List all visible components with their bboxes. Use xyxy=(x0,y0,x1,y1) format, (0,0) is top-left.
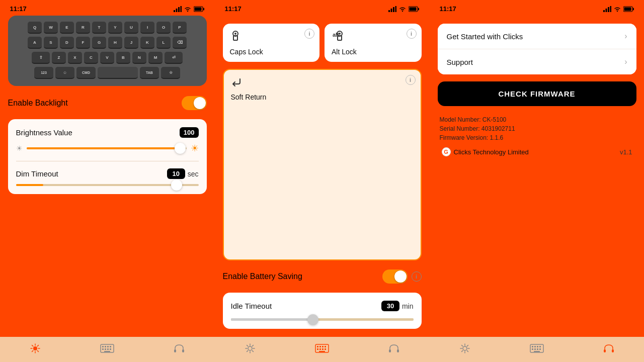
alt-lock-icon: alt xyxy=(332,30,415,45)
svg-line-14 xyxy=(37,350,38,351)
brightness-header: Brightness Value 100 xyxy=(16,127,199,138)
caps-lock-card[interactable]: i Caps Lock xyxy=(223,24,320,62)
kb-key-z: Z xyxy=(52,52,66,64)
svg-rect-60 xyxy=(322,348,324,350)
svg-rect-58 xyxy=(317,348,318,350)
brightness-label: Brightness Value xyxy=(16,128,72,137)
svg-rect-27 xyxy=(174,349,176,352)
svg-rect-62 xyxy=(319,351,325,352)
dim-timeout-unit: sec xyxy=(188,170,199,178)
status-bar-2: 11:17 xyxy=(215,0,430,16)
soft-return-card[interactable]: i Soft Return xyxy=(223,69,422,260)
svg-rect-29 xyxy=(388,10,390,12)
svg-rect-68 xyxy=(610,6,611,12)
dim-timeout-thumb[interactable] xyxy=(171,179,182,191)
tab-headset-3[interactable] xyxy=(603,343,615,354)
phone-keys: 11:17 xyxy=(215,0,430,362)
backlight-tab-icon xyxy=(29,343,41,353)
svg-rect-24 xyxy=(107,348,109,350)
svg-line-16 xyxy=(32,350,33,351)
svg-line-49 xyxy=(247,345,248,346)
svg-point-33 xyxy=(401,10,403,11)
firmware-button[interactable]: CHECK FIRMWARE xyxy=(438,81,636,106)
keyboard-tab-icon-2 xyxy=(315,343,329,353)
tab-headset-2[interactable] xyxy=(388,343,400,354)
kb-key-123: 123 xyxy=(34,67,53,79)
dim-timeout-track[interactable] xyxy=(16,184,199,186)
get-started-item[interactable]: Get Started with Clicks › xyxy=(438,24,636,49)
tab-backlight-2[interactable] xyxy=(244,343,256,353)
battery-saving-toggle[interactable] xyxy=(382,269,408,284)
tab-keyboard-2[interactable] xyxy=(315,343,329,353)
alt-lock-info-icon[interactable]: i xyxy=(407,29,417,39)
idle-track[interactable] xyxy=(231,318,414,321)
svg-rect-31 xyxy=(393,7,394,12)
status-icons-3 xyxy=(603,6,634,12)
kb-row-2: A S D F G H J K L ⌫ xyxy=(13,37,202,49)
idle-thumb[interactable] xyxy=(307,314,318,325)
kb-key-x: X xyxy=(68,52,82,64)
svg-rect-18 xyxy=(102,346,104,347)
svg-line-13 xyxy=(32,345,33,346)
svg-rect-55 xyxy=(319,346,321,347)
get-started-chevron: › xyxy=(624,32,627,41)
tab-keyboard-3[interactable] xyxy=(530,343,544,353)
kb-key-v: V xyxy=(100,52,114,64)
kb-key-o: O xyxy=(156,22,171,34)
enable-backlight-toggle[interactable] xyxy=(182,96,207,110)
idle-timeout-label: Idle Timeout xyxy=(231,302,272,310)
time-1: 11:17 xyxy=(10,5,27,13)
support-item[interactable]: Support › xyxy=(438,49,636,74)
svg-rect-23 xyxy=(105,348,106,350)
svg-point-39 xyxy=(234,33,236,35)
dim-timeout-section: Dim Timeout 10 sec xyxy=(16,168,199,186)
svg-rect-85 xyxy=(537,346,538,347)
kb-key-star: ☆ xyxy=(161,67,180,79)
tab-backlight-3[interactable] xyxy=(459,343,471,353)
kb-key-space xyxy=(98,67,138,79)
tab-bar-2 xyxy=(215,337,430,362)
kb-key-f: F xyxy=(76,37,90,49)
kb-key-tab: TAB xyxy=(140,67,159,79)
battery-saving-info[interactable]: i xyxy=(412,272,422,282)
kb-key-s: S xyxy=(44,37,58,49)
svg-rect-28 xyxy=(182,349,184,352)
brand-version: v1.1 xyxy=(620,148,632,156)
dim-timeout-value: 10 xyxy=(167,168,185,179)
svg-point-4 xyxy=(187,10,188,11)
kb-key-k: K xyxy=(140,37,154,49)
idle-timeout-header: Idle Timeout 30 min xyxy=(231,301,414,311)
svg-rect-67 xyxy=(608,7,609,12)
enable-backlight-label: Enable Backlight xyxy=(8,99,68,108)
svg-rect-32 xyxy=(395,6,396,12)
idle-fill xyxy=(231,318,313,321)
brightness-thumb[interactable] xyxy=(175,143,186,154)
svg-point-43 xyxy=(339,33,341,35)
alt-lock-card[interactable]: i alt Alt Lock xyxy=(325,24,422,62)
idle-timeout-value: 30 xyxy=(381,301,399,311)
caps-lock-info-icon[interactable]: i xyxy=(304,29,314,39)
svg-rect-35 xyxy=(418,8,419,10)
dim-timeout-header: Dim Timeout 10 sec xyxy=(16,168,199,179)
tab-backlight-1[interactable] xyxy=(29,343,41,353)
brand-left: G Clicks Technology Limited xyxy=(442,147,529,156)
kb-key-q: Q xyxy=(28,22,42,34)
tab-headset-1[interactable] xyxy=(173,343,185,354)
svg-rect-2 xyxy=(178,7,180,12)
brightness-track[interactable] xyxy=(27,147,187,149)
about-content: Get Started with Clicks › Support › CHEC… xyxy=(430,16,645,337)
svg-text:alt: alt xyxy=(333,32,339,38)
svg-rect-7 xyxy=(194,7,201,11)
keyboard-tab-icon-1 xyxy=(100,343,114,353)
soft-return-info-icon[interactable]: i xyxy=(406,75,416,85)
status-icons-2 xyxy=(388,6,420,12)
model-number: Model Number: CK-5100 xyxy=(440,116,634,123)
kb-key-i: I xyxy=(140,22,154,34)
time-2: 11:17 xyxy=(225,5,242,13)
headset-tab-icon-1 xyxy=(173,343,185,354)
tab-keyboard-1[interactable] xyxy=(100,343,114,353)
firmware-version: Firmware Version: 1.1.6 xyxy=(440,134,634,141)
brightness-fill xyxy=(27,147,180,149)
svg-rect-26 xyxy=(104,351,110,352)
svg-rect-59 xyxy=(319,348,321,350)
